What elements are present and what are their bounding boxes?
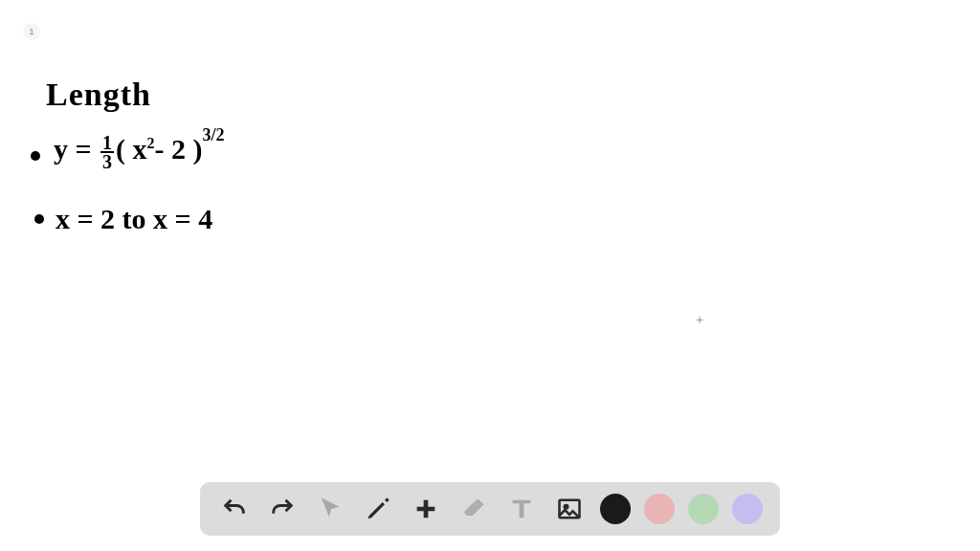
eraser-icon <box>460 496 487 522</box>
image-icon <box>556 496 583 522</box>
add-tool-button[interactable] <box>409 492 443 526</box>
note-title: Length <box>46 78 151 111</box>
eq1-frac-num: 1 <box>100 134 114 151</box>
equation-line-2: x = 2 to x = 4 <box>56 205 212 233</box>
redo-icon <box>269 496 296 522</box>
plus-icon <box>412 496 439 522</box>
eq1-fraction: 13 <box>100 134 114 170</box>
cursor-icon <box>317 496 344 522</box>
undo-button[interactable] <box>217 492 252 526</box>
eq1-prefix: y = <box>54 133 99 165</box>
page-number-text: 1 <box>29 27 33 36</box>
image-tool-button[interactable] <box>552 492 587 526</box>
color-black-button[interactable] <box>600 494 631 524</box>
pen-tool-button[interactable] <box>361 492 395 526</box>
eraser-tool-button[interactable] <box>457 492 491 526</box>
redo-button[interactable] <box>265 492 300 526</box>
pen-icon <box>365 496 391 522</box>
eq1-inner-exp: 2 <box>147 135 155 151</box>
color-green-button[interactable] <box>688 494 719 524</box>
text-tool-button[interactable] <box>504 492 539 526</box>
drawing-toolbar <box>200 482 780 536</box>
page-number-badge: 1 <box>23 23 40 40</box>
undo-icon <box>221 496 248 522</box>
crosshair-cursor: + <box>696 312 703 327</box>
eq1-frac-den: 3 <box>100 151 114 170</box>
text-icon <box>508 496 535 522</box>
svg-point-1 <box>565 505 568 509</box>
equation-line-1: y = 13( x2- 2 )3/2 <box>54 134 225 170</box>
bullet-point-1 <box>31 151 40 161</box>
color-purple-button[interactable] <box>732 494 763 524</box>
whiteboard-canvas[interactable]: 1 Length y = 13( x2- 2 )3/2 x = 2 to x =… <box>0 0 980 551</box>
color-pink-button[interactable] <box>644 494 675 524</box>
eq1-paren-open: ( x <box>116 133 147 165</box>
eq1-outer-exp: 3/2 <box>203 125 225 144</box>
select-tool-button[interactable] <box>313 492 347 526</box>
eq1-rest: - 2 ) <box>155 133 203 165</box>
bullet-point-2 <box>34 214 44 224</box>
